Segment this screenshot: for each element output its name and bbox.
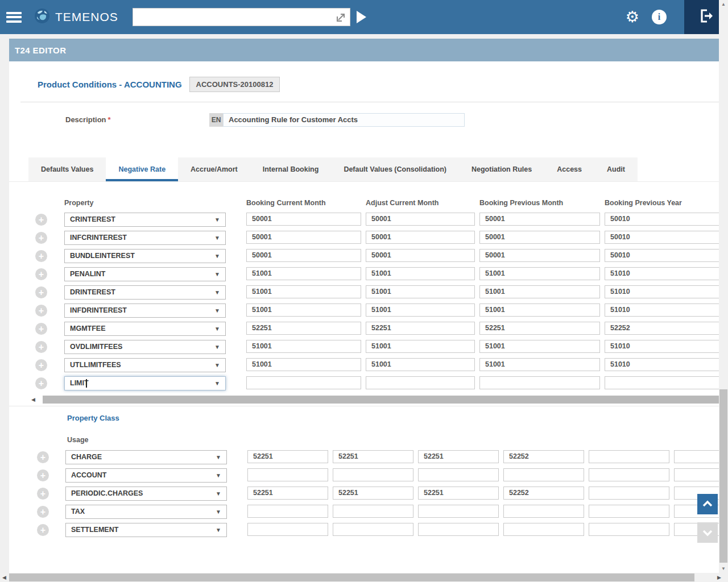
usage-select[interactable]: ACCOUNT▼ <box>65 468 227 483</box>
booking-previous-year-field[interactable]: 50010 <box>605 249 719 262</box>
property-select[interactable]: LIMIT▼ <box>64 376 226 390</box>
add-row-button[interactable]: + <box>37 488 49 500</box>
add-row-button[interactable]: + <box>35 286 47 298</box>
description-field[interactable]: Accounting Rule for Customer Accts <box>223 113 465 127</box>
scroll-to-bottom-button[interactable] <box>697 522 718 543</box>
booking-previous-year-field[interactable]: 50010 <box>605 231 719 244</box>
info-icon[interactable]: i <box>652 10 667 24</box>
value-field[interactable] <box>247 468 328 481</box>
add-row-button[interactable]: + <box>37 469 49 481</box>
tab-accrue-amort[interactable]: Accrue/Amort <box>178 157 250 181</box>
scroll-to-top-button[interactable] <box>697 494 718 514</box>
goto-arrow-icon[interactable] <box>336 12 346 22</box>
value-field[interactable]: 52251 <box>418 450 499 463</box>
value-field[interactable] <box>589 505 669 518</box>
value-field[interactable] <box>589 468 669 481</box>
booking-current-month-field[interactable]: 52251 <box>246 322 361 335</box>
booking-current-month-field[interactable]: 51001 <box>246 285 361 298</box>
add-row-button[interactable]: + <box>35 250 47 262</box>
scroll-left-icon[interactable]: ◀ <box>2 575 6 580</box>
value-field[interactable] <box>674 450 719 463</box>
property-select[interactable]: CRINTEREST▼ <box>64 213 226 227</box>
value-field[interactable] <box>418 468 499 481</box>
booking-previous-month-field[interactable]: 50001 <box>479 249 600 262</box>
adjust-current-month-field[interactable]: 50001 <box>366 249 475 262</box>
add-row-button[interactable]: + <box>35 359 47 371</box>
value-field[interactable] <box>247 505 328 518</box>
add-row-button[interactable]: + <box>35 305 47 317</box>
add-row-button[interactable]: + <box>35 268 47 280</box>
command-input[interactable] <box>133 8 350 26</box>
value-field[interactable] <box>503 523 584 536</box>
booking-previous-month-field[interactable]: 51001 <box>479 358 600 371</box>
add-row-button[interactable]: + <box>35 214 47 226</box>
value-field[interactable] <box>503 468 584 481</box>
scroll-up-icon[interactable]: ▲ <box>719 2 728 7</box>
menu-icon[interactable] <box>6 12 22 23</box>
value-field[interactable] <box>589 487 669 500</box>
booking-current-month-field[interactable]: 51001 <box>246 340 361 353</box>
booking-current-month-field[interactable]: 51001 <box>246 304 361 317</box>
tab-negative-rate[interactable]: Negative Rate <box>106 157 178 181</box>
add-row-button[interactable]: + <box>37 524 49 536</box>
add-row-button[interactable]: + <box>37 451 49 463</box>
booking-previous-year-field[interactable]: 51010 <box>605 358 719 371</box>
adjust-current-month-field[interactable]: 51001 <box>366 285 475 298</box>
property-select[interactable]: INFCRINTEREST▼ <box>64 231 226 245</box>
value-field[interactable]: 52251 <box>333 487 413 500</box>
value-field[interactable]: 52251 <box>247 450 328 463</box>
vertical-scrollbar[interactable]: ▲ ▼ <box>719 0 728 573</box>
booking-current-month-field[interactable]: 50001 <box>246 213 361 226</box>
horizontal-scrollbar[interactable]: ◀ ▶ <box>0 573 728 582</box>
booking-current-month-field[interactable]: 50001 <box>246 231 361 244</box>
tab-internal-booking[interactable]: Internal Booking <box>250 157 332 181</box>
booking-current-month-field[interactable]: 51001 <box>246 358 361 371</box>
value-field[interactable]: 52251 <box>247 487 328 500</box>
value-field[interactable] <box>674 468 719 481</box>
booking-previous-year-field[interactable]: 51010 <box>605 304 719 317</box>
value-field[interactable] <box>589 523 669 536</box>
booking-previous-year-field[interactable]: 52252 <box>605 322 719 335</box>
usage-select[interactable]: TAX▼ <box>65 505 227 519</box>
property-select[interactable]: UTLLIMITFEES▼ <box>64 358 226 372</box>
booking-previous-month-field[interactable]: 51001 <box>479 304 600 317</box>
usage-select[interactable]: SETTLEMENT▼ <box>65 523 227 537</box>
booking-previous-month-field[interactable] <box>479 376 600 389</box>
value-field[interactable] <box>333 523 413 536</box>
value-field[interactable]: 52251 <box>418 487 499 500</box>
booking-previous-year-field[interactable]: 51010 <box>605 267 719 280</box>
adjust-current-month-field[interactable]: 51001 <box>366 358 475 371</box>
scroll-right-icon[interactable]: ▶ <box>717 575 721 580</box>
booking-previous-year-field[interactable] <box>605 376 719 389</box>
adjust-current-month-field[interactable] <box>366 376 475 389</box>
property-select[interactable]: DRINTEREST▼ <box>64 285 226 300</box>
value-field[interactable]: 52252 <box>503 487 584 500</box>
add-row-button[interactable]: + <box>35 377 47 389</box>
run-icon[interactable] <box>357 11 366 23</box>
value-field[interactable] <box>333 505 413 518</box>
adjust-current-month-field[interactable]: 52251 <box>366 322 475 335</box>
add-row-button[interactable]: + <box>35 341 47 353</box>
booking-current-month-field[interactable]: 51001 <box>246 267 361 280</box>
booking-previous-month-field[interactable]: 51001 <box>479 340 600 353</box>
value-field[interactable] <box>333 468 413 481</box>
adjust-current-month-field[interactable]: 51001 <box>366 304 475 317</box>
adjust-current-month-field[interactable]: 51001 <box>366 340 475 353</box>
adjust-current-month-field[interactable]: 50001 <box>366 231 475 244</box>
settings-gear-icon[interactable]: ⚙ <box>626 10 639 25</box>
property-select[interactable]: BUNDLEINTEREST▼ <box>64 249 226 263</box>
booking-previous-month-field[interactable]: 51001 <box>479 285 600 298</box>
property-class-link[interactable]: Property Class <box>67 414 119 422</box>
value-field[interactable]: 52251 <box>333 450 413 463</box>
booking-previous-year-field[interactable]: 50010 <box>605 213 719 226</box>
scroll-left-icon[interactable]: ◀ <box>31 397 35 402</box>
value-field[interactable]: 52252 <box>503 450 584 463</box>
tab-access[interactable]: Access <box>544 157 594 181</box>
tab-defaults-values[interactable]: Defaults Values <box>28 157 106 181</box>
property-select[interactable]: OVDLIMITFEES▼ <box>64 340 226 354</box>
adjust-current-month-field[interactable]: 50001 <box>366 213 475 226</box>
property-select[interactable]: MGMTFEE▼ <box>64 322 226 336</box>
scrollbar-thumb[interactable] <box>9 573 694 581</box>
booking-previous-month-field[interactable]: 50001 <box>479 231 600 244</box>
booking-previous-month-field[interactable]: 50001 <box>479 213 600 226</box>
